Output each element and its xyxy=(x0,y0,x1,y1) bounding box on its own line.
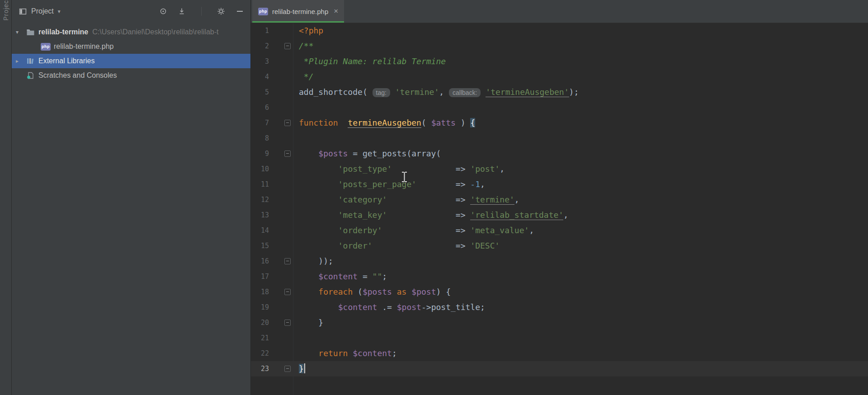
tree-item-label: relilab-termine.php xyxy=(54,42,114,51)
code-line[interactable]: 2/** xyxy=(251,38,868,54)
tree-row-external-libraries[interactable]: ▸ External Libraries xyxy=(12,54,250,68)
tree-row-scratches[interactable]: Scratches and Consoles xyxy=(12,68,250,83)
fold-gutter xyxy=(269,238,293,254)
code-line[interactable]: 4 */ xyxy=(251,69,868,85)
code-line[interactable]: 8 xyxy=(251,131,868,146)
code-line[interactable]: 18 foreach ($posts as $post) { xyxy=(251,284,868,300)
code-line[interactable]: 19 $content .= $post->post_title; xyxy=(251,300,868,315)
fold-gutter xyxy=(269,131,293,146)
code-line[interactable]: 1<?php xyxy=(251,23,868,38)
scratches-icon xyxy=(25,71,35,80)
editor-tab-bar: php relilab-termine.php × xyxy=(251,0,868,23)
fold-gutter xyxy=(269,346,293,361)
code-line[interactable]: 22 return $content; xyxy=(251,346,868,361)
code-line[interactable]: 15 'order' => 'DESC' xyxy=(251,238,868,254)
collapse-all-icon[interactable] xyxy=(177,7,186,16)
line-number: 13 xyxy=(251,207,269,223)
fold-marker-icon[interactable] xyxy=(269,38,293,54)
chevron-expanded-icon[interactable]: ▾ xyxy=(16,29,25,35)
code-text: foreach ($posts as $post) { xyxy=(293,284,451,300)
hide-panel-icon[interactable] xyxy=(235,7,244,16)
code-text: *Plugin Name: relilab Termine xyxy=(293,54,446,69)
line-number: 20 xyxy=(251,315,269,330)
code-text: /** xyxy=(293,38,314,54)
fold-marker-icon[interactable] xyxy=(269,284,293,300)
fold-gutter xyxy=(269,85,293,100)
line-number: 16 xyxy=(251,254,269,269)
code-line[interactable]: 5add_shortcode( tag: 'termine', callback… xyxy=(251,85,868,100)
panel-actions xyxy=(159,7,244,16)
line-number: 11 xyxy=(251,177,269,192)
fold-gutter xyxy=(269,100,293,115)
code-line[interactable]: 6 xyxy=(251,100,868,115)
fold-gutter xyxy=(269,223,293,238)
code-line[interactable]: 23} xyxy=(251,361,868,376)
fold-marker-icon[interactable] xyxy=(269,254,293,269)
editor-caret xyxy=(304,363,305,373)
code-line[interactable]: 7function termineAusgeben( $atts ) { xyxy=(251,115,868,131)
code-line[interactable]: 13 'meta_key' => 'relilab_startdate', xyxy=(251,207,868,223)
chevron-down-icon[interactable]: ▼ xyxy=(57,9,61,14)
code-text xyxy=(293,131,299,146)
line-number: 22 xyxy=(251,346,269,361)
line-number: 18 xyxy=(251,284,269,300)
project-panel-title[interactable]: Project xyxy=(31,7,54,15)
gear-icon[interactable] xyxy=(217,7,226,16)
code-text: $content = ""; xyxy=(293,269,387,284)
code-line[interactable]: 16 )); xyxy=(251,254,868,269)
fold-gutter xyxy=(269,300,293,315)
tree-row-project-root[interactable]: ▾ relilab-termine C:\Users\Daniel\Deskto… xyxy=(12,25,250,39)
line-number: 17 xyxy=(251,269,269,284)
line-number: 8 xyxy=(251,131,269,146)
line-number: 21 xyxy=(251,330,269,346)
line-number: 5 xyxy=(251,85,269,100)
locate-file-icon[interactable] xyxy=(159,7,168,16)
code-text: add_shortcode( tag: 'termine', callback:… xyxy=(293,85,579,100)
fold-marker-icon[interactable] xyxy=(269,115,293,131)
code-line[interactable]: 20 } xyxy=(251,315,868,330)
project-stripe-button[interactable]: Project xyxy=(2,0,9,21)
fold-marker-icon[interactable] xyxy=(269,315,293,330)
code-line[interactable]: 14 'orderby' => 'meta_value', xyxy=(251,223,868,238)
tool-window-icon xyxy=(18,7,27,16)
line-number: 19 xyxy=(251,300,269,315)
code-text xyxy=(293,100,299,115)
fold-gutter xyxy=(269,54,293,69)
code-editor[interactable]: 1<?php2/**3 *Plugin Name: relilab Termin… xyxy=(251,23,868,395)
fold-marker-icon[interactable] xyxy=(269,361,293,376)
line-number: 6 xyxy=(251,100,269,115)
line-number: 10 xyxy=(251,161,269,177)
toolbar-separator xyxy=(201,7,202,16)
close-icon[interactable]: × xyxy=(334,7,338,16)
code-line[interactable]: 10 'post_type' => 'post', xyxy=(251,161,868,177)
line-number: 23 xyxy=(251,361,269,376)
code-text: 'orderby' => 'meta_value', xyxy=(293,223,534,238)
code-line[interactable]: 21 xyxy=(251,330,868,346)
folder-icon xyxy=(25,28,35,36)
fold-marker-icon[interactable] xyxy=(269,146,293,161)
code-line[interactable]: 3 *Plugin Name: relilab Termine xyxy=(251,54,868,69)
code-text: 'category' => 'termine', xyxy=(293,192,519,207)
tree-item-path: C:\Users\Daniel\Desktop\relilab\relilab-… xyxy=(92,28,218,36)
code-text: 'order' => 'DESC' xyxy=(293,238,500,254)
code-line[interactable]: 11 'posts_per_page' => -1, xyxy=(251,177,868,192)
tool-window-stripe: Project xyxy=(0,0,12,395)
code-text: function termineAusgeben( $atts ) { xyxy=(293,115,475,131)
line-number: 15 xyxy=(251,238,269,254)
active-tab-indicator xyxy=(252,21,344,23)
editor-area: php relilab-termine.php × 1<?php2/**3 *P… xyxy=(251,0,868,395)
code-line[interactable]: 17 $content = ""; xyxy=(251,269,868,284)
code-text xyxy=(293,330,299,346)
project-panel: Project ▼ ▾ xyxy=(12,0,251,395)
tab-relilab-termine-php[interactable]: php relilab-termine.php × xyxy=(252,0,344,23)
chevron-right-icon[interactable]: ▸ xyxy=(16,58,25,64)
line-number: 2 xyxy=(251,38,269,54)
code-text: $content .= $post->post_title; xyxy=(293,300,485,315)
line-number: 1 xyxy=(251,23,269,38)
project-panel-header: Project ▼ xyxy=(12,0,250,23)
code-line[interactable]: 12 'category' => 'termine', xyxy=(251,192,868,207)
line-number: 9 xyxy=(251,146,269,161)
code-line[interactable]: 9 $posts = get_posts(array( xyxy=(251,146,868,161)
code-text: 'meta_key' => 'relilab_startdate', xyxy=(293,207,568,223)
tree-row-file[interactable]: php relilab-termine.php xyxy=(12,39,250,54)
